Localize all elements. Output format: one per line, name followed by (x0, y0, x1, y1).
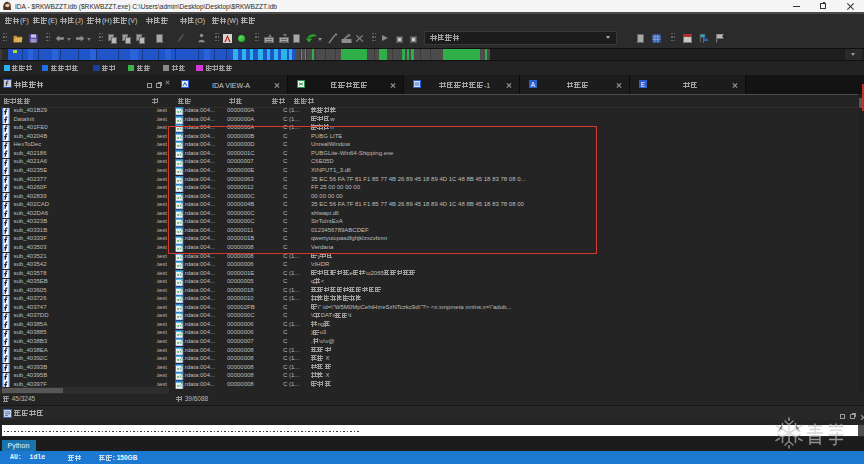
svg-text:E: E (641, 81, 646, 88)
svg-text:A: A (531, 81, 536, 88)
